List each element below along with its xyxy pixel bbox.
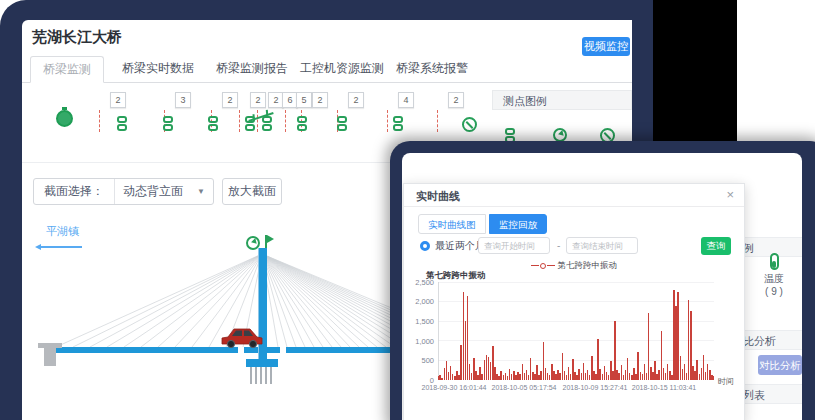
legend-panel-header: 测点图例 xyxy=(492,90,632,110)
chain-link-icon[interactable] xyxy=(163,116,173,131)
legend-marker-icon xyxy=(531,265,539,266)
y-tick-label: 1,000 xyxy=(404,337,434,346)
section-select-dropdown[interactable]: 动态背立面 ▼ xyxy=(114,179,213,204)
y-tick-label: 500 xyxy=(404,356,434,365)
pier-column xyxy=(260,367,262,384)
tab-realtime-curve[interactable]: 实时曲线图 xyxy=(418,214,486,234)
sensor-count-badge: 2 xyxy=(110,92,126,108)
sensor-count-badge: 2 xyxy=(348,92,364,108)
chain-link-icon[interactable] xyxy=(208,116,218,131)
alarm-dash-line xyxy=(99,110,100,132)
chain-link-icon[interactable] xyxy=(393,116,403,131)
x-tick-label: 2018-09-30 16:01:44 xyxy=(422,384,487,391)
chart-title: 第七跨跨中振动 xyxy=(426,270,486,282)
temperature-count: ( 9 ) xyxy=(765,286,783,297)
temperature-label: 温度 xyxy=(764,273,784,284)
sensor-count-badge: 3 xyxy=(175,92,191,108)
x-axis-name: 时间 xyxy=(718,376,734,387)
chevron-down-icon: ▼ xyxy=(197,187,205,196)
tab-bridge-realtime-data[interactable]: 桥梁实时数据 xyxy=(110,56,206,81)
chart-plot-area[interactable] xyxy=(438,282,714,380)
date-range-separator: - xyxy=(557,240,560,251)
refresh-circle-icon xyxy=(553,128,567,142)
main-tabbar: 桥梁监测 桥梁实时数据 桥梁监测报告 工控机资源监测 桥梁系统报警 视频监控 xyxy=(22,56,632,83)
tab-ipc-resource-monitor[interactable]: 工控机资源监测 xyxy=(288,56,396,81)
x-tick-label: 2018-10-09 15:27:41 xyxy=(563,384,628,391)
sensor-count-badge: 5 xyxy=(296,92,312,108)
x-tick-label: 2018-10-15 11:03:41 xyxy=(632,384,696,391)
chain-link-icon[interactable] xyxy=(117,116,127,131)
thermometer-icon xyxy=(770,253,779,270)
deck-gap xyxy=(280,347,286,353)
y-tick-label: 1,500 xyxy=(404,317,434,326)
overlay-window: 测点图例 温度 ( 9 ) 数据对比分析 对比分析 监测点列表 实时曲线 × 实… xyxy=(402,153,802,420)
query-end-time-input[interactable] xyxy=(566,237,638,254)
close-icon[interactable]: × xyxy=(726,187,734,202)
sensor-count-badge: 2 xyxy=(222,92,238,108)
y-tick-label: 2,000 xyxy=(404,297,434,306)
alarm-dash-line xyxy=(387,110,388,132)
enlarge-section-button[interactable]: 放大截面 xyxy=(222,178,282,205)
chain-link-icon[interactable] xyxy=(337,116,347,131)
legend-marker-icon xyxy=(547,265,555,266)
sensor-count-badge: 2 xyxy=(448,92,464,108)
y-tick-label: 2,500 xyxy=(404,278,434,287)
pier-column xyxy=(255,367,257,384)
alarm-dash-line xyxy=(239,110,240,132)
query-button[interactable]: 查询 xyxy=(701,237,731,255)
bridge-abutment xyxy=(44,348,56,366)
no-entry-icon xyxy=(462,117,477,132)
tower-sensor-refresh-icon xyxy=(246,236,260,250)
pier-column xyxy=(250,367,252,384)
sensor-count-badge: 4 xyxy=(398,92,414,108)
tab-monitor-playback[interactable]: 监控回放 xyxy=(489,214,547,234)
x-tick-label: 2018-10-05 05:17:54 xyxy=(492,384,557,391)
tab-bridge-monitoring[interactable]: 桥梁监测 xyxy=(30,56,104,83)
pier-column xyxy=(265,367,267,384)
screen: 芜湖长江大桥 桥梁监测 桥梁实时数据 桥梁监测报告 工控机资源监测 桥梁系统报警… xyxy=(0,0,815,420)
tab-bridge-monitor-report[interactable]: 桥梁监测报告 xyxy=(204,56,300,81)
chain-link-icon[interactable] xyxy=(262,116,272,131)
background-black-region xyxy=(653,0,737,141)
car-graphic xyxy=(220,324,264,350)
section-select-group: 截面选择： 动态背立面 ▼ xyxy=(33,178,214,205)
modal-header: 实时曲线 × xyxy=(404,184,744,207)
chain-link-icon[interactable] xyxy=(297,116,307,131)
alarm-dash-line xyxy=(257,110,258,132)
alarm-dash-line xyxy=(285,110,286,132)
realtime-curve-modal: 实时曲线 × 实时曲线图 监控回放 最近两个月 - 查询 第七跨跨中振动 第七跨… xyxy=(403,183,745,420)
section-select-label: 截面选择： xyxy=(34,183,114,200)
tower-flag-icon xyxy=(265,235,267,248)
legend-series-label: 第七跨跨中振动 xyxy=(557,260,617,270)
pier-column xyxy=(270,367,272,384)
modal-title: 实时曲线 xyxy=(416,189,460,204)
stopwatch-icon xyxy=(56,110,73,127)
sensor-count-badge: 2 xyxy=(250,92,266,108)
query-start-time-input[interactable] xyxy=(478,237,550,254)
section-select-value: 动态背立面 xyxy=(123,183,183,200)
compare-analysis-button[interactable]: 对比分析 xyxy=(758,355,802,375)
video-monitor-button[interactable]: 视频监控 xyxy=(582,37,630,56)
page-title: 芜湖长江大桥 xyxy=(32,28,122,47)
sensor-count-badge: 2 xyxy=(312,92,328,108)
legend-marker-icon xyxy=(540,263,546,269)
bridge-pier-cap xyxy=(246,359,278,367)
temperature-legend-item[interactable]: 温度 ( 9 ) xyxy=(756,253,792,297)
tab-bridge-system-alarm[interactable]: 桥梁系统报警 xyxy=(384,56,480,81)
alarm-dash-line xyxy=(437,110,438,132)
last-two-months-radio[interactable] xyxy=(420,241,430,251)
